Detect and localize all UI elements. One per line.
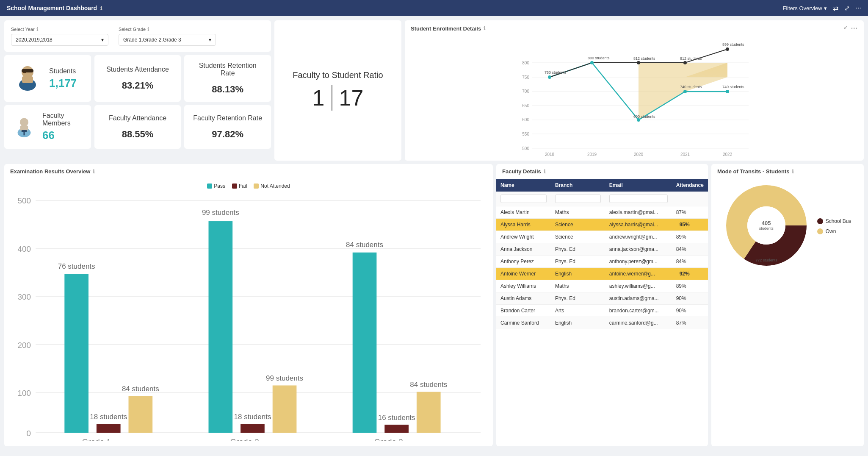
svg-text:600 students: 600 students: [633, 114, 655, 119]
dashboard-title: School Management Dashboard: [7, 5, 97, 11]
not-attended-legend: Not Attended: [254, 183, 290, 189]
cell-branch: Phys. Ed: [551, 256, 605, 268]
own-legend-label: Own: [826, 228, 836, 234]
table-row: Antoine Werner English antoine.werner@g.…: [496, 268, 708, 280]
svg-text:84 students: 84 students: [410, 381, 447, 389]
cell-name: Antoine Werner: [496, 268, 551, 280]
cell-name: Alyssa Harris: [496, 219, 551, 231]
svg-point-42: [683, 90, 687, 93]
svg-text:Grade 3: Grade 3: [374, 437, 403, 441]
g1-pass-bar: [64, 274, 88, 433]
enrollment-info-icon[interactable]: ℹ: [484, 25, 486, 31]
svg-point-43: [726, 90, 729, 93]
own-legend-dot: [817, 228, 823, 234]
cell-attendance: 84%: [672, 243, 708, 256]
svg-point-41: [637, 118, 640, 122]
enrollment-chart-svg: 500 550 600 650 700 750 800 2: [405, 36, 864, 159]
donut-chart-container: 772 students 405 students: [724, 183, 809, 269]
branch-filter-input[interactable]: [555, 195, 601, 203]
faculty-table-body: Alexis Martin Maths alexis.martin@gmai..…: [496, 206, 708, 329]
svg-text:750: 750: [522, 75, 529, 80]
cell-attendance: 90%: [672, 305, 708, 317]
transit-header: Mode of Transits - Students ℹ: [711, 164, 864, 179]
g2-not-bar: [273, 385, 297, 433]
svg-text:Grade 1: Grade 1: [82, 437, 111, 441]
grade-select[interactable]: Grade 1,Grade 2,Grade 3 ▾: [119, 34, 216, 46]
g3-pass-bar: [353, 253, 377, 433]
topbar-left: School Management Dashboard ℹ: [7, 5, 102, 11]
grade-filter-group: Select Grade ℹ Grade 1,Grade 2,Grade 3 ▾: [119, 26, 216, 46]
svg-text:2021: 2021: [680, 152, 690, 157]
donut-area: 772 students 405 students School Bus Own: [711, 179, 864, 273]
filters-overview-label: Filters Overview: [782, 5, 822, 11]
svg-text:84 students: 84 students: [122, 385, 159, 393]
svg-rect-4: [22, 69, 33, 72]
svg-text:99 students: 99 students: [266, 374, 303, 382]
cell-name: Alexis Martin: [496, 206, 551, 219]
table-row: Anthony Perez Phys. Ed anthony.perez@gm.…: [496, 256, 708, 268]
svg-text:812 students: 812 students: [680, 56, 702, 61]
pass-legend: Pass: [207, 183, 225, 189]
svg-point-39: [548, 75, 551, 79]
svg-text:740 students: 740 students: [680, 85, 702, 89]
faculty-value: 66: [42, 129, 83, 142]
sync-icon[interactable]: ⇄: [833, 4, 838, 12]
table-row: Austin Adams Phys. Ed austin.adams@gma..…: [496, 292, 708, 305]
donut-chart-svg: 772 students: [724, 183, 809, 268]
svg-point-46: [726, 47, 729, 51]
svg-point-44: [637, 61, 640, 64]
col-email: Email: [605, 179, 672, 192]
g2-pass-bar: [209, 221, 233, 433]
exam-header: Examination Results Overview ℹ: [4, 164, 493, 179]
chevron-down-icon: ▾: [824, 5, 827, 11]
svg-text:772 students: 772 students: [755, 258, 777, 262]
exam-title: Examination Results Overview: [10, 168, 90, 175]
svg-text:Grade 2: Grade 2: [230, 437, 259, 441]
year-info-icon[interactable]: ℹ: [36, 26, 39, 32]
email-filter-input[interactable]: [609, 195, 668, 203]
ratio-value: 1 17: [312, 85, 364, 111]
g1-not-bar: [129, 396, 153, 433]
faculty-table-container[interactable]: Name Branch Email Attendance: [496, 179, 708, 329]
cell-branch: Science: [551, 219, 605, 231]
cell-name: Austin Adams: [496, 292, 551, 305]
grade-info-icon[interactable]: ℹ: [147, 26, 149, 32]
enrollment-more-icon[interactable]: ···: [851, 25, 858, 32]
topbar-info-icon[interactable]: ℹ: [100, 6, 102, 11]
student-avatar: [13, 64, 42, 93]
exam-chart-svg: 500 400 300 200 100 0: [8, 192, 489, 441]
year-select[interactable]: 2020,2019,2018 ▾: [11, 34, 108, 46]
transit-info-icon[interactable]: ℹ: [792, 169, 794, 175]
cell-branch: Arts: [551, 305, 605, 317]
year-filter-label: Select Year ℹ: [11, 26, 108, 32]
donut-legend: School Bus Own: [817, 218, 851, 234]
students-label: Students: [49, 67, 77, 75]
grade-filter-label: Select Grade ℹ: [119, 26, 216, 32]
cell-email: carmine.sanford@g...: [605, 317, 672, 329]
students-value: 1,177: [49, 77, 77, 90]
faculty-retention-card: Faculty Retention Rate 97.82%: [184, 105, 271, 149]
school-bus-legend: School Bus: [817, 218, 851, 224]
exam-info-icon[interactable]: ℹ: [93, 169, 95, 175]
filters-overview-button[interactable]: Filters Overview ▾: [782, 5, 827, 11]
svg-text:500: 500: [522, 146, 529, 151]
cell-name: Carmine Sanford: [496, 317, 551, 329]
students-retention-value: 88.13%: [212, 84, 243, 95]
transit-title: Mode of Transits - Students: [717, 168, 789, 175]
stats-row-2: Faculty Members 66 Faculty Attendance 88…: [4, 105, 271, 149]
cell-attendance: 87%: [672, 317, 708, 329]
faculty-retention-label: Faculty Retention Rate: [193, 114, 262, 122]
faculty-details-info-icon[interactable]: ℹ: [544, 169, 546, 175]
expand-icon[interactable]: ⤢: [844, 4, 850, 12]
top-section: Select Year ℹ 2020,2019,2018 ▾ Select Gr…: [4, 20, 864, 161]
svg-text:16 students: 16 students: [378, 414, 415, 422]
pass-legend-color: [207, 184, 212, 189]
enrollment-expand-icon[interactable]: ⤢: [843, 25, 848, 32]
svg-text:500: 500: [17, 196, 31, 205]
ratio-divider: [332, 85, 332, 111]
cell-name: Brandon Carter: [496, 305, 551, 317]
ratio-panel: Faculty to Student Ratio 1 17: [274, 20, 401, 161]
enrollment-panel: Student Enrollment Details ℹ ⤢ ··· 500 5…: [405, 20, 864, 161]
more-options-icon[interactable]: ···: [856, 4, 861, 12]
name-filter-input[interactable]: [500, 195, 547, 203]
